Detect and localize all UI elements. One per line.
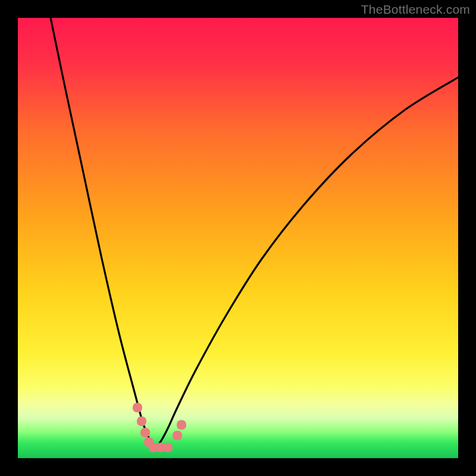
chart-frame: TheBottleneck.com xyxy=(0,0,476,476)
curve-layer xyxy=(18,18,458,458)
highlight-markers xyxy=(133,403,186,452)
marker-dot xyxy=(133,403,142,412)
watermark-text: TheBottleneck.com xyxy=(361,2,470,17)
marker-dot xyxy=(163,443,173,452)
marker-dot xyxy=(173,431,182,440)
bottleneck-curve xyxy=(51,18,458,447)
plot-area xyxy=(18,18,458,458)
marker-dot xyxy=(177,420,186,430)
marker-dot xyxy=(140,428,150,437)
marker-dot xyxy=(137,416,146,426)
